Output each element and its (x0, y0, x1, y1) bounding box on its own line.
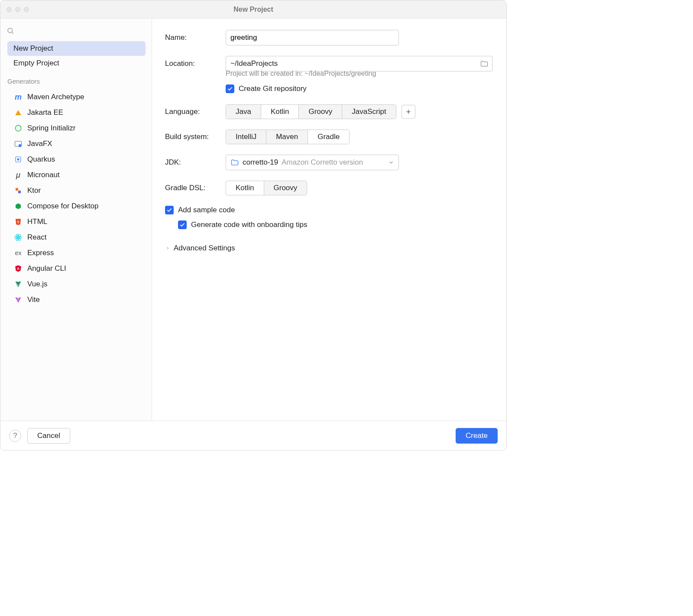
sidebar-item-label: Micronaut (27, 171, 60, 179)
build-label: Build system: (165, 133, 226, 141)
chevron-right-icon (165, 246, 170, 251)
sidebar: New Project Empty Project Generators mMa… (0, 19, 152, 421)
sidebar-item-label: Vue.js (27, 280, 48, 289)
sidebar-generator-micronaut[interactable]: μMicronaut (7, 167, 146, 183)
onboarding-label: Generate code with onboarding tips (191, 220, 307, 229)
sidebar-item-label: HTML (27, 217, 47, 226)
advanced-settings-label: Advanced Settings (174, 244, 235, 253)
cancel-button[interactable]: Cancel (27, 428, 70, 444)
svg-point-7 (17, 237, 19, 238)
window-title: New Project (0, 6, 506, 13)
build-option-gradle[interactable]: Gradle (308, 130, 349, 144)
sample-code-label: Add sample code (178, 206, 235, 214)
onboarding-checkbox[interactable] (178, 220, 187, 229)
sidebar-generator-express[interactable]: exExpress (7, 245, 146, 261)
generators-caption: Generators (0, 71, 152, 87)
sidebar-generator-mvn[interactable]: mMaven Archetype (7, 89, 146, 105)
build-segmented: IntelliJMavenGradle (226, 130, 350, 144)
sidebar-generator-angular[interactable]: AAngular CLI (7, 261, 146, 276)
build-option-intellij[interactable]: IntelliJ (226, 130, 266, 144)
sidebar-generator-react[interactable]: React (7, 230, 146, 245)
language-label: Language: (165, 107, 226, 116)
git-checkbox[interactable] (226, 84, 234, 93)
location-label: Location: (165, 59, 226, 68)
svg-point-0 (8, 28, 13, 33)
sidebar-item-label: New Project (13, 44, 53, 53)
sidebar-generator-jakarta[interactable]: Jakarta EE (7, 105, 146, 120)
sidebar-item-label: JavaFX (27, 139, 52, 148)
search-input[interactable] (14, 27, 146, 35)
git-label: Create Git repository (239, 84, 307, 93)
name-input[interactable] (226, 30, 399, 45)
angular-icon: A (13, 264, 23, 273)
svg-text:5: 5 (17, 220, 19, 224)
language-option-groovy[interactable]: Groovy (299, 105, 342, 119)
sidebar-item-label: Jakarta EE (27, 108, 63, 117)
sidebar-item-label: Vite (27, 295, 40, 304)
dsl-segmented: KotlinGroovy (226, 181, 307, 195)
help-button[interactable]: ? (9, 430, 21, 442)
quarkus-icon (13, 155, 23, 164)
mvn-icon: m (13, 92, 23, 102)
build-option-maven[interactable]: Maven (266, 130, 308, 144)
location-value: ~/IdeaProjects (230, 59, 480, 68)
folder-icon[interactable] (480, 59, 489, 68)
sidebar-item-label: Maven Archetype (27, 93, 84, 101)
sidebar-generator-compose[interactable]: Compose for Desktop (7, 198, 146, 214)
advanced-settings-toggle[interactable]: Advanced Settings (165, 240, 493, 256)
sidebar-item-label: Compose for Desktop (27, 202, 98, 211)
express-icon: ex (13, 248, 23, 258)
svg-line-1 (12, 32, 13, 33)
sidebar-generator-javafx[interactable]: JavaFX (7, 136, 146, 152)
sidebar-item-label: Empty Project (13, 59, 59, 68)
spring-icon (13, 123, 23, 133)
react-icon (13, 233, 23, 242)
sidebar-item-label: Spring Initializr (27, 124, 76, 133)
sidebar-item-label: React (27, 233, 46, 242)
plus-icon (405, 108, 412, 115)
sidebar-generator-spring[interactable]: Spring Initializr (7, 120, 146, 136)
sidebar-generator-vite[interactable]: Vite (7, 292, 146, 308)
sidebar-generator-vue[interactable]: Vue.js (7, 276, 146, 292)
name-label: Name: (165, 33, 226, 42)
jdk-dropdown[interactable]: corretto-19 Amazon Corretto version (226, 155, 399, 170)
sidebar-item-label: Quarkus (27, 155, 55, 164)
compose-icon (13, 201, 23, 211)
location-field[interactable]: ~/IdeaProjects (226, 56, 492, 71)
ktor-icon (13, 186, 23, 195)
dsl-label: Gradle DSL: (165, 184, 226, 192)
dsl-option-kotlin[interactable]: Kotlin (226, 181, 264, 195)
titlebar: New Project (0, 0, 506, 19)
dsl-option-groovy[interactable]: Groovy (264, 181, 307, 195)
language-option-kotlin[interactable]: Kotlin (261, 105, 299, 119)
jdk-subtitle: Amazon Corretto version (282, 158, 385, 167)
sidebar-generator-quarkus[interactable]: Quarkus (7, 152, 146, 167)
search-icon (6, 27, 14, 35)
micronaut-icon: μ (13, 170, 23, 180)
jdk-label: JDK: (165, 158, 226, 167)
chevron-down-icon (388, 159, 394, 165)
sidebar-item-new-project[interactable]: New Project (7, 41, 146, 56)
language-option-java[interactable]: Java (226, 105, 261, 119)
javafx-icon (13, 139, 23, 149)
html-icon: 5 (13, 217, 23, 227)
sample-code-checkbox[interactable] (165, 206, 174, 214)
vue-icon (13, 279, 23, 289)
sidebar-search[interactable] (0, 21, 152, 39)
sidebar-item-label: Express (27, 249, 54, 257)
jdk-name: corretto-19 (243, 158, 278, 167)
language-option-javascript[interactable]: JavaScript (342, 105, 395, 119)
sidebar-generator-html[interactable]: 5HTML (7, 214, 146, 230)
language-segmented: JavaKotlinGroovyJavaScript (226, 104, 396, 119)
form-content: Name: Location: ~/IdeaProjects Project w… (152, 19, 506, 421)
add-language-button[interactable] (402, 105, 415, 119)
vite-icon (13, 295, 23, 305)
sidebar-item-empty-project[interactable]: Empty Project (7, 56, 146, 71)
sidebar-generator-ktor[interactable]: Ktor (7, 183, 146, 198)
svg-text:A: A (17, 267, 19, 271)
svg-point-4 (19, 144, 22, 147)
footer: ? Cancel Create (0, 421, 506, 450)
sidebar-item-label: Angular CLI (27, 264, 66, 273)
create-button[interactable]: Create (456, 428, 498, 444)
jakarta-icon (13, 108, 23, 117)
